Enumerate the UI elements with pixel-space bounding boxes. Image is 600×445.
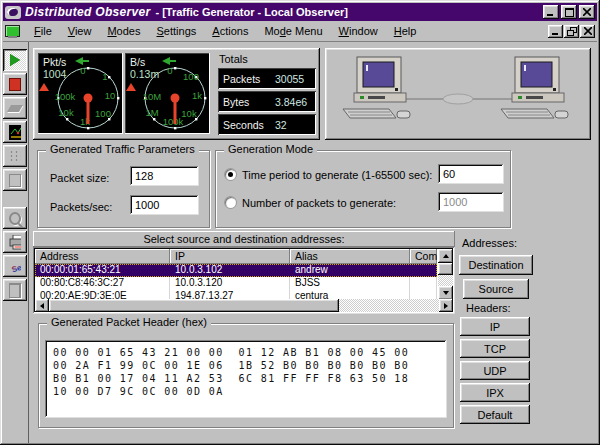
- column-header-ip[interactable]: IP: [170, 249, 290, 264]
- minimize-icon: [547, 8, 555, 16]
- capture-view-button[interactable]: [3, 169, 27, 191]
- menu-view[interactable]: View: [60, 23, 100, 39]
- cell-address: 00:80:C8:46:3C:27: [35, 277, 170, 290]
- zoom-button[interactable]: [3, 207, 27, 229]
- cell-ip: 10.0.3.120: [170, 277, 290, 290]
- gauge-value: 0.13m: [130, 68, 159, 80]
- gauge-tick: 100k: [55, 91, 76, 102]
- udp-header-button[interactable]: UDP: [460, 361, 530, 380]
- default-header-button[interactable]: Default: [460, 405, 530, 424]
- document-title: - [Traffic Generator - Local Observer]: [152, 6, 348, 18]
- app-window: Distributed Observer - [Traffic Generato…: [0, 0, 600, 445]
- svg-text:Setup: Setup: [11, 259, 21, 274]
- destination-button[interactable]: Destination: [459, 255, 533, 275]
- menu-window[interactable]: Window: [331, 23, 386, 39]
- packet-count-radio[interactable]: [225, 197, 236, 208]
- arrow-down-icon: [443, 291, 449, 295]
- menu-help[interactable]: Help: [386, 23, 425, 39]
- packet-size-label: Packet size:: [50, 172, 109, 184]
- stop-generation-button[interactable]: [3, 73, 27, 95]
- packets-per-sec-input[interactable]: [130, 195, 199, 215]
- bytes-per-second-gauge: B/s 0.13m 0 100 1k 10k 100k 1M 10M: [125, 53, 210, 134]
- menu-bar: File View Modes Settings Actions Mode Me…: [3, 21, 597, 42]
- address-table: Address IP Alias Comm 00:00:01:65:43:21 …: [33, 247, 455, 314]
- source-button[interactable]: Source: [463, 279, 529, 299]
- gauge-tick: 0: [167, 65, 172, 76]
- app-title: Distributed Observer: [25, 5, 150, 19]
- packets-per-sec-label: Packets/sec:: [50, 201, 112, 213]
- toolbar: Setup: [2, 42, 28, 443]
- setup-button[interactable]: Setup: [3, 255, 27, 277]
- start-generation-button[interactable]: [3, 49, 27, 71]
- packet-count-input: [438, 192, 504, 212]
- print-button[interactable]: [3, 231, 27, 253]
- gauge-tick: 10k: [58, 107, 74, 118]
- play-icon: [10, 54, 20, 66]
- scroll-left-button[interactable]: [35, 299, 49, 312]
- vertical-scroll-thumb[interactable]: [438, 263, 453, 275]
- totals-bytes: Bytes 3.84e6: [218, 91, 316, 112]
- tcp-header-button[interactable]: TCP: [460, 339, 530, 358]
- table-row[interactable]: 00:00:01:65:43:21 10.0.3.102 andrew: [35, 264, 437, 277]
- headers-label: Headers:: [466, 302, 511, 314]
- vertical-scrollbar[interactable]: [438, 249, 453, 300]
- square-icon: [9, 174, 21, 187]
- window-title: Distributed Observer - [Traffic Generato…: [25, 5, 543, 19]
- menu-mode-menu[interactable]: Mode Menu: [256, 23, 330, 39]
- column-header-comment[interactable]: Comm: [410, 249, 437, 264]
- max-marker-icon: [39, 83, 49, 91]
- chart-view-button[interactable]: [3, 121, 27, 143]
- packet-size-input[interactable]: [130, 166, 199, 186]
- close-button[interactable]: [579, 5, 595, 19]
- scroll-right-button[interactable]: [439, 299, 453, 312]
- computer-icon: [343, 57, 410, 118]
- minimize-button[interactable]: [543, 5, 559, 19]
- document-icon: [9, 283, 21, 298]
- stop-icon: [9, 78, 21, 91]
- gauge-tick: 100k: [163, 116, 184, 127]
- totals-seconds: Seconds 32: [218, 114, 316, 135]
- hex-dump-area[interactable]: 00 00 01 65 43 21 00 00 01 12 AB B1 08 0…: [45, 340, 447, 418]
- mdi-restore-button[interactable]: [564, 25, 579, 38]
- max-marker-icon: [126, 83, 136, 91]
- ipx-header-button[interactable]: IPX: [460, 383, 530, 402]
- mdi-close-button[interactable]: [580, 25, 595, 38]
- gauge-tick: 1k: [192, 90, 202, 101]
- gauge-tick: 10: [105, 90, 116, 101]
- mdi-system-menu-icon[interactable]: [5, 25, 20, 38]
- menu-modes[interactable]: Modes: [99, 23, 148, 39]
- gauges-panel: Pkt/s 1004 0 1 10 100 1k 10k 100k B/s: [33, 48, 320, 140]
- mdi-minimize-button[interactable]: [548, 25, 563, 38]
- time-period-radio[interactable]: [225, 169, 236, 180]
- horizontal-scrollbar[interactable]: [35, 299, 453, 312]
- scatter-view-button[interactable]: [3, 145, 27, 167]
- group-title: Generated Packet Header (hex): [47, 316, 211, 328]
- erase-button[interactable]: [3, 97, 27, 119]
- menu-actions[interactable]: Actions: [204, 23, 256, 39]
- menu-file[interactable]: File: [26, 23, 60, 39]
- column-header-address[interactable]: Address: [35, 249, 170, 264]
- eraser-icon: [7, 105, 23, 112]
- horizontal-scroll-thumb[interactable]: [49, 299, 339, 312]
- scroll-down-button[interactable]: [438, 286, 453, 300]
- arrow-right-icon: [444, 303, 448, 309]
- total-label: Packets: [218, 73, 275, 85]
- totals-packets: Packets 30055: [218, 68, 316, 89]
- scroll-up-button[interactable]: [438, 249, 453, 263]
- scatter-icon: [9, 150, 21, 163]
- packet-count-label: Number of packets to generate:: [242, 197, 396, 209]
- ip-header-button[interactable]: IP: [460, 317, 530, 336]
- menu-settings[interactable]: Settings: [148, 23, 204, 39]
- hex-line: 00 00 01 65 43 21 00 00 01 12 AB B1 08 0…: [53, 346, 447, 359]
- maximize-button[interactable]: [561, 5, 577, 19]
- app-logo-icon: [5, 6, 21, 19]
- caption-text: Select source and destination addresses:: [143, 233, 344, 245]
- maximize-icon: [565, 8, 574, 17]
- time-period-input[interactable]: [438, 164, 504, 184]
- column-header-alias[interactable]: Alias: [290, 249, 410, 264]
- peak-marker-icon: [75, 57, 83, 65]
- setup-icon: Setup: [9, 257, 21, 275]
- table-row[interactable]: 00:80:C8:46:3C:27 10.0.3.120 BJSS: [35, 277, 437, 290]
- export-button[interactable]: [3, 279, 27, 301]
- gauge-tick: 100: [95, 108, 111, 119]
